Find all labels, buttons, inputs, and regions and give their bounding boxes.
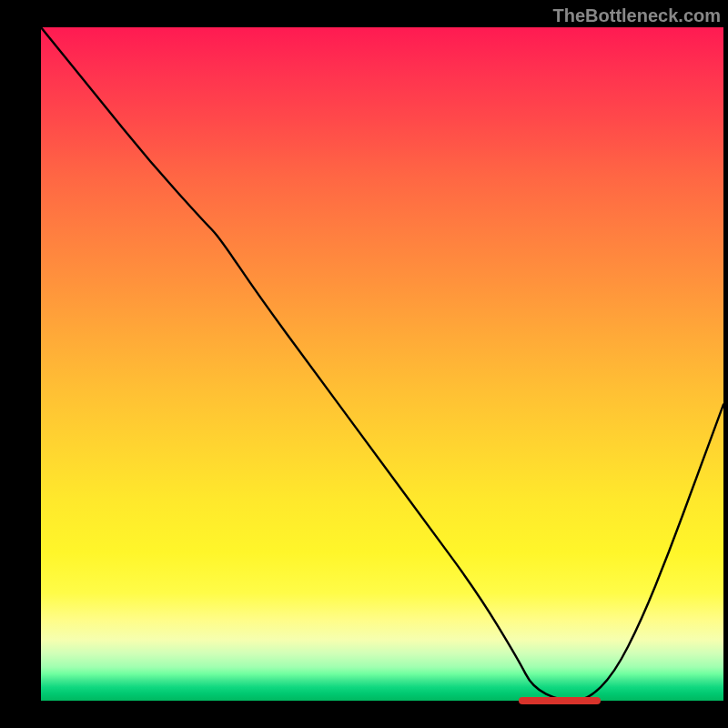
watermark-label: TheBottleneck.com xyxy=(553,5,721,26)
optimal-range-marker xyxy=(519,697,601,704)
bottleneck-chart: TheBottleneck.com xyxy=(0,0,728,728)
curve-svg xyxy=(41,27,723,701)
bottleneck-curve xyxy=(41,27,723,701)
plot-gradient-area xyxy=(41,27,723,701)
